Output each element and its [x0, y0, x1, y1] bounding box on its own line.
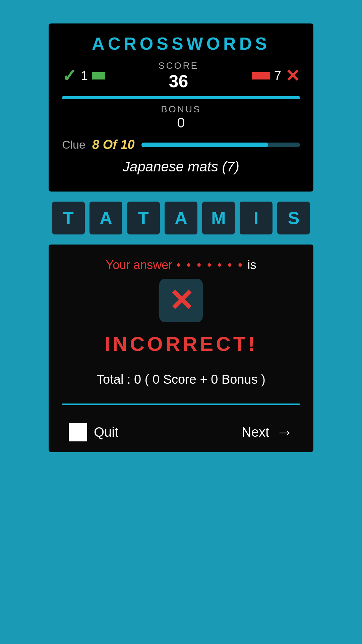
clue-label: Clue	[62, 138, 85, 151]
score-right: 7 ✕	[252, 66, 300, 86]
next-arrow-icon[interactable]: →	[276, 422, 293, 442]
result-card: Your answer • • • • • • • is ✕ INCORRECT…	[49, 245, 313, 452]
tile-3[interactable]: A	[165, 202, 197, 234]
score-center: SCORE 36	[159, 60, 199, 91]
score-section: ✓ 1 SCORE 36 7 ✕	[62, 60, 300, 91]
tile-6[interactable]: S	[277, 202, 310, 234]
score-left: ✓ 1	[62, 66, 105, 86]
red-bar-indicator	[252, 72, 270, 79]
wrong-x-icon: ✕	[285, 66, 300, 86]
total-text: Total : 0 ( 0 Score + 0 Bonus )	[62, 372, 300, 387]
checkmark-icon: ✓	[62, 66, 77, 86]
your-answer-label: Your answer	[106, 258, 172, 272]
score-value: 36	[159, 71, 199, 91]
quit-square-icon	[69, 423, 87, 441]
quit-button[interactable]: Quit	[94, 425, 118, 440]
next-button[interactable]: Next	[242, 425, 269, 440]
tile-4[interactable]: M	[202, 202, 235, 234]
quit-section: Quit	[69, 423, 118, 441]
bottom-divider	[62, 404, 300, 405]
green-bar-indicator	[92, 72, 105, 79]
tiles-area: T A T A M I S	[49, 202, 313, 234]
tile-0[interactable]: T	[52, 202, 85, 234]
status-bar	[0, 0, 362, 20]
clue-progress-fill	[141, 143, 268, 147]
incorrect-x-symbol: ✕	[169, 285, 194, 316]
correct-count: 1	[81, 69, 88, 83]
next-section: Next →	[242, 422, 293, 442]
incorrect-x-box: ✕	[159, 279, 203, 322]
tile-2[interactable]: T	[127, 202, 160, 234]
game-card: ACROSSWORDS ✓ 1 SCORE 36 7 ✕ BONUS 0 Clu…	[49, 23, 313, 192]
tile-5[interactable]: I	[240, 202, 273, 234]
clue-section: Clue 8 Of 10	[62, 138, 300, 152]
app-title: ACROSSWORDS	[62, 34, 300, 54]
score-progress-bar	[62, 96, 300, 99]
wrong-count: 7	[274, 69, 281, 83]
your-answer-row: Your answer • • • • • • • is	[62, 258, 300, 272]
clue-progress: 8 Of 10	[92, 138, 135, 152]
is-label: is	[248, 258, 256, 272]
clue-text: Japanese mats (7)	[62, 159, 300, 178]
score-label: SCORE	[159, 60, 199, 71]
answer-dots: • • • • • • •	[176, 258, 243, 272]
bonus-value: 0	[62, 115, 300, 131]
clue-progress-bar	[141, 143, 300, 147]
tile-1[interactable]: A	[89, 202, 122, 234]
bonus-section: BONUS 0	[62, 104, 300, 131]
score-progress-fill	[62, 96, 300, 99]
bottom-bar: Quit Next →	[62, 415, 300, 452]
incorrect-text: INCORRECT!	[62, 332, 300, 356]
bonus-label: BONUS	[62, 104, 300, 115]
